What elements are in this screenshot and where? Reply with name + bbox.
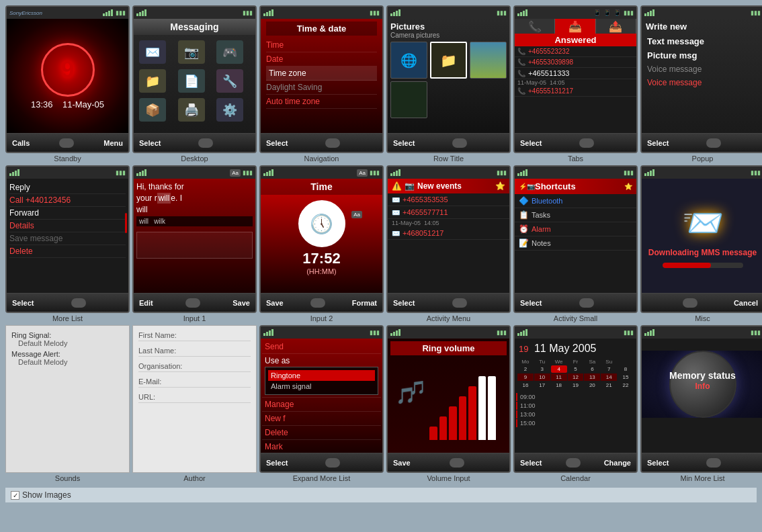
misc-text: Downloading MMS message <box>648 248 757 257</box>
input1-left-btn[interactable]: Edit <box>139 299 153 307</box>
nav-dot-popup[interactable] <box>706 138 721 148</box>
morelist-left-btn[interactable]: Select <box>12 299 34 307</box>
screen-desktop[interactable]: ▮▮▮ Messaging ✉️ 📷 🎮 📁 📄 🔧 📦 <box>132 5 257 153</box>
morelist-forward: Forward <box>9 207 126 220</box>
screen-activitysmall[interactable]: ▮▮▮ ⚡ 📷 Shortcuts ⭐ 🔷 Bluetooth <box>513 165 638 313</box>
svg-rect-23 <box>652 9 654 16</box>
memory-title: Memory status <box>642 370 762 381</box>
nav-dot-expand[interactable] <box>325 458 340 468</box>
svg-rect-48 <box>263 333 265 336</box>
activitymenu-left-btn[interactable]: Select <box>393 299 415 307</box>
input2-right-btn[interactable]: Format <box>352 299 377 307</box>
screen-morelist[interactable]: ▮▮▮ Reply Call +440123456 Forward Detail… <box>5 165 130 313</box>
nav-dot-misc[interactable] <box>683 298 697 308</box>
activitysmall-left-btn[interactable]: Select <box>520 299 542 307</box>
calendar-left-btn[interactable]: Select <box>520 459 542 467</box>
nav-dot-volume[interactable] <box>450 458 464 468</box>
nav-dot-rowtitle[interactable] <box>452 138 467 148</box>
screen-rowtitle[interactable]: ▮▮▮ Pictures Camera pictures 🌐 📁 <box>386 5 511 153</box>
nav-dot-navigation[interactable] <box>325 138 340 148</box>
memory-left-btn[interactable]: Select <box>647 459 669 467</box>
svg-rect-27 <box>17 169 19 176</box>
label-activitysmall: Activity Small <box>554 314 597 322</box>
screen-navigation[interactable]: ▮▮▮ Time & date Time Date Time zone Dayl… <box>259 5 384 153</box>
tab-btn-2[interactable]: 📥 <box>555 19 595 34</box>
expand-dd-ringtone[interactable]: Ringtone <box>268 370 375 381</box>
contact-row-4: 📞 +46555131217 <box>515 86 636 97</box>
svg-rect-52 <box>390 333 392 336</box>
tab-btn-3[interactable]: 📤 <box>596 19 636 34</box>
svg-rect-40 <box>517 173 519 176</box>
svg-rect-29 <box>139 172 141 176</box>
input2-left-btn[interactable]: Save <box>266 299 284 307</box>
nav-dot-tabs[interactable] <box>579 138 594 148</box>
svg-rect-12 <box>390 13 392 16</box>
nav-dot-activitysmall[interactable] <box>579 298 594 308</box>
cell-desktop: ▮▮▮ Messaging ✉️ 📷 🎮 📁 📄 🔧 📦 <box>132 5 257 163</box>
screen-calendar[interactable]: ▮▮▮ 19 11 May 2005 Mo Tu We Fr Sa <box>513 325 638 473</box>
pictures-subtitle: Camera pictures <box>390 32 507 39</box>
calendar-date: 11 May 2005 <box>528 341 599 356</box>
standby-left-btn[interactable]: Calls <box>12 139 30 147</box>
nav-dot-input2[interactable] <box>310 298 325 308</box>
screen-input2[interactable]: Aa ▮▮▮ Time 🕔 Aa 17:52 (HH:MM) Save <box>259 165 384 313</box>
svg-rect-49 <box>266 332 268 336</box>
expand-left-btn[interactable]: Select <box>266 459 288 467</box>
label-volumeinput: Volume Input <box>427 474 470 482</box>
author-url: URL: <box>138 393 251 403</box>
standby-right-btn[interactable]: Menu <box>103 139 123 147</box>
screen-input1[interactable]: Aa ▮▮▮ Hi, thanks foryour rwille. Iwill … <box>132 165 257 313</box>
cell-minmorelist: ▮▮▮ Memory status Info Select Min More L… <box>640 325 762 482</box>
svg-rect-37 <box>393 172 395 176</box>
screen-popup[interactable]: ▮▮▮ Write new Text message Picture msg V… <box>640 5 762 153</box>
nav-dot-standby[interactable] <box>59 138 74 148</box>
show-images-row: ✓ Show Images <box>5 488 757 502</box>
show-images-checkbox[interactable]: ✓ <box>11 491 19 500</box>
msg-icon-7: 📦 <box>139 98 166 122</box>
navigation-left-btn[interactable]: Select <box>266 139 288 147</box>
nav-dot-activitymenu[interactable] <box>452 298 467 308</box>
expand-dd-alarm[interactable]: Alarm signal <box>268 381 375 392</box>
screen-tabs[interactable]: 📱 📱 📱 ▮▮▮ 📞 📥 📤 Answered <box>513 5 638 153</box>
volume-left-btn[interactable]: Save <box>393 459 411 467</box>
tab-btn-1[interactable]: 📞 <box>515 19 555 34</box>
desktop-left-btn[interactable]: Select <box>139 139 161 147</box>
tabs-left-btn[interactable]: Select <box>520 139 542 147</box>
svg-rect-2 <box>108 11 110 16</box>
misc-right-btn[interactable]: Cancel <box>734 299 758 307</box>
timedate-time: Time <box>266 38 377 52</box>
svg-rect-61 <box>647 332 649 336</box>
svg-rect-20 <box>644 13 646 16</box>
screen-standby[interactable]: SonyEricsson ▮▮▮ 9 13:36 11-May-05 Calls <box>5 5 130 153</box>
screen-activitymenu[interactable]: ▮▮▮ ⚠️ 📷 New events ⭐ ✉️ +4655353535 <box>386 165 511 313</box>
cell-calendar: ▮▮▮ 19 11 May 2005 Mo Tu We Fr Sa <box>513 325 638 482</box>
nav-dot-morelist[interactable] <box>71 298 86 308</box>
nav-dot-calendar[interactable] <box>566 458 581 468</box>
rowtitle-left-btn[interactable]: Select <box>393 139 415 147</box>
nav-dot-desktop[interactable] <box>198 138 213 148</box>
contact-row-3: 📞 +465511333 <box>515 68 636 79</box>
svg-rect-24 <box>9 173 11 176</box>
popup-voicemsg1: Voice message <box>642 62 762 76</box>
screen-expandmorelist[interactable]: ▮▮▮ Send Use as Ringtone Alarm signal Ma… <box>259 325 384 473</box>
act-contact-2: ✉️ +4655577711 <box>388 206 509 219</box>
screen-misc[interactable]: ▮▮▮ 📨 Downloading MMS message Cancel <box>640 165 762 313</box>
nav-dot-memory[interactable] <box>706 458 721 468</box>
svg-rect-28 <box>136 173 138 176</box>
cell-rowtitle: ▮▮▮ Pictures Camera pictures 🌐 📁 <box>386 5 511 163</box>
morelist-reply: Reply <box>9 181 126 194</box>
nav-dot-input1[interactable] <box>185 298 200 308</box>
battery-standby: ▮▮▮ <box>116 9 126 16</box>
expand-dropdown: Ringtone Alarm signal <box>265 367 378 395</box>
svg-rect-6 <box>142 11 144 16</box>
input1-right-btn[interactable]: Save <box>232 299 250 307</box>
calendar-right-btn[interactable]: Change <box>604 459 631 467</box>
popup-left-btn[interactable]: Select <box>647 139 669 147</box>
cell-author: First Name: Last Name: Organisation: E-M… <box>132 325 257 482</box>
screen-volumeinput[interactable]: ▮▮▮ Ring volume 🎵 🎵 <box>386 325 511 473</box>
popup-picturemsg: Picture msg <box>642 48 762 62</box>
pictures-grid: 🌐 📁 <box>390 42 507 118</box>
contact-row-2: 📞 +46553039898 <box>515 57 636 68</box>
expand-item-new: New f <box>262 412 381 426</box>
screen-minmorelist[interactable]: ▮▮▮ Memory status Info Select <box>640 325 762 473</box>
